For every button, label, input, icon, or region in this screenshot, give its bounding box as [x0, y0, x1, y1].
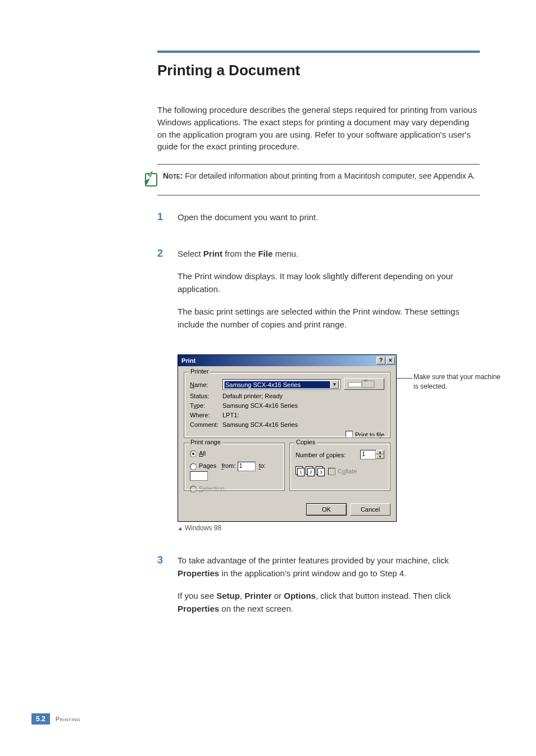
dropdown-arrow-icon: ▼: [330, 380, 339, 389]
dialog-title: Print: [181, 357, 196, 364]
collate-checkbox: [328, 468, 335, 475]
t-bold: Options: [284, 591, 316, 600]
step-1: 1 Open the document you want to print.: [157, 211, 480, 234]
t-bold: Properties: [178, 568, 219, 578]
note-rule-bottom: [157, 195, 480, 195]
type-value: Samsung SCX-4x16 Series: [222, 402, 384, 409]
t-bold: Printer: [244, 591, 271, 600]
num-copies-label: Number of copies:: [296, 452, 346, 458]
selection-label: Selection: [199, 485, 224, 492]
cancel-button[interactable]: Cancel: [350, 503, 390, 516]
to-input[interactable]: [190, 471, 208, 481]
properties-button[interactable]: [344, 378, 384, 390]
step-2: 2 Select Print from the File menu. The P…: [157, 248, 480, 341]
step-2-line1: Select Print from the File menu.: [178, 248, 480, 261]
to-label: to:: [259, 463, 266, 470]
pages-radio[interactable]: [190, 463, 197, 470]
top-rule: [157, 51, 480, 53]
svg-rect-2: [362, 381, 374, 388]
note-label: Note:: [163, 171, 183, 180]
print-to-file-label: Print to file: [355, 431, 384, 438]
t-bold: File: [258, 249, 272, 258]
from-label: from:: [221, 463, 235, 470]
t: Select: [178, 249, 203, 258]
status-label: Status:: [190, 393, 222, 399]
t: ,: [240, 591, 244, 600]
step-3-number: 3: [157, 554, 178, 625]
dialog-titlebar: Print ? ×: [178, 355, 396, 366]
note-block: Note: For detailed information about pri…: [140, 164, 480, 195]
comment-value: Samsung SCX-4x16 Series: [222, 421, 384, 428]
t: To take advantage of the printer feature…: [178, 555, 449, 565]
step-3: 3 To take advantage of the printer featu…: [157, 554, 480, 625]
note-icon: [140, 170, 163, 189]
titlebar-close-button[interactable]: ×: [386, 357, 395, 365]
step-2-p2: The Print window displays. It may look s…: [178, 270, 480, 295]
footer-section: Printing: [56, 716, 80, 722]
copies-spin-down[interactable]: ▼: [376, 454, 384, 459]
printer-name-select[interactable]: Samsung SCX-4x16 Series ▼: [222, 379, 340, 390]
intro-paragraph: The following procedure describes the ge…: [157, 104, 480, 153]
copies-input[interactable]: 1: [360, 450, 376, 459]
svg-rect-3: [364, 380, 367, 381]
t: menu.: [272, 249, 298, 258]
copies-spin-up[interactable]: ▲: [376, 450, 384, 454]
type-label: Type:: [190, 402, 222, 409]
status-value: Default printer; Ready: [222, 393, 384, 399]
t: or: [272, 591, 284, 600]
t: in the application's print window and go…: [219, 568, 406, 578]
page-num: 5: [36, 715, 40, 723]
from-input[interactable]: 1: [238, 462, 256, 471]
copies-group-label: Copies: [294, 439, 317, 445]
callout-text: Make sure that your machine is selected.: [414, 372, 503, 391]
collate-label: Collate: [338, 468, 357, 475]
print-range-group-label: Print range: [189, 439, 222, 445]
print-dialog: Print ? × Printer Name: Samsung SCX-4x16…: [178, 354, 397, 522]
note-content: For detailed information about printing …: [183, 171, 475, 180]
t-bold: Setup: [216, 591, 240, 600]
name-label: Name:: [190, 381, 222, 388]
t-bold: Properties: [178, 604, 219, 613]
svg-rect-1: [348, 382, 362, 387]
step-1-number: 1: [157, 211, 178, 234]
comment-label: Comment:: [190, 421, 222, 428]
t: , click that button instead. Then click: [316, 591, 451, 600]
page-number-badge: 5.2: [31, 713, 50, 725]
t-bold: Print: [203, 249, 222, 258]
where-value: LPT1:: [222, 412, 384, 418]
note-text: Note: For detailed information about pri…: [163, 170, 475, 181]
step-2-number: 2: [157, 248, 178, 341]
t: If you see: [178, 591, 216, 600]
where-label: Where:: [190, 412, 222, 418]
figure-caption: Windows 98: [178, 524, 480, 532]
t: from the: [222, 249, 258, 258]
collate-icon: 11 22 33: [296, 466, 325, 476]
print-to-file-checkbox[interactable]: [346, 431, 353, 438]
page-sub: 2: [42, 715, 46, 723]
t: on the next screen.: [219, 604, 293, 613]
titlebar-help-button[interactable]: ?: [376, 357, 385, 365]
page-footer: 5.2 Printing: [31, 713, 80, 725]
page-heading: Printing a Document: [157, 62, 480, 79]
all-label: All: [199, 450, 206, 457]
pages-label: Pages: [199, 463, 216, 470]
all-radio[interactable]: [190, 450, 197, 457]
printer-name-value: Samsung SCX-4x16 Series: [224, 381, 330, 389]
step-3-p1: To take advantage of the printer feature…: [178, 554, 480, 580]
step-1-text: Open the document you want to print.: [178, 211, 480, 224]
step-3-p2: If you see Setup, Printer or Options, cl…: [178, 590, 480, 615]
selection-radio: [190, 486, 197, 493]
step-2-p3: The basic print settings are selected wi…: [178, 306, 480, 331]
printer-group-label: Printer: [189, 368, 210, 375]
ok-button[interactable]: OK: [306, 503, 347, 516]
print-dialog-figure: Make sure that your machine is selected.…: [178, 354, 480, 522]
